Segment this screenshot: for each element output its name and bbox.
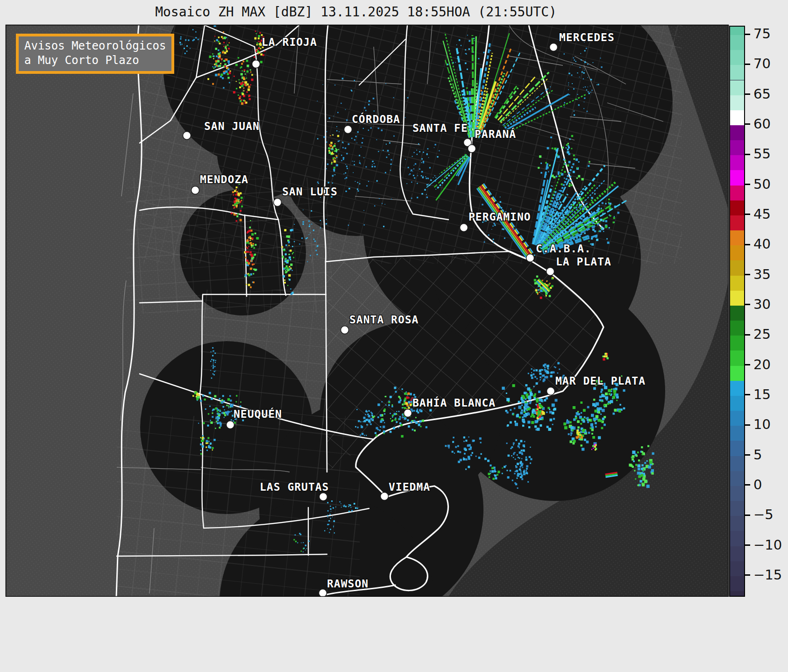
colorbar-tick-label: −15 <box>753 567 782 583</box>
radar-map-svg: LA RIOJAMERCEDESSAN JUANCÓRDOBASANTA FEP… <box>0 0 788 672</box>
colorbar-tick-label: 5 <box>753 447 762 463</box>
colorbar-tick <box>745 364 750 365</box>
colorbar-tick <box>745 64 750 65</box>
colorbar-segment <box>730 155 744 170</box>
very-short-term-warnings-banner[interactable]: Avisos Meteorológicos a Muy Corto Plazo <box>16 34 174 74</box>
colorbar-segment <box>730 140 744 155</box>
colorbar-tick <box>745 244 750 245</box>
colorbar-tick <box>745 484 750 486</box>
colorbar-tick <box>745 214 750 215</box>
colorbar-tick <box>745 274 750 275</box>
map-layers: LA RIOJAMERCEDESSAN JUANCÓRDOBASANTA FEP… <box>0 0 788 672</box>
city-label: BAHÍA BLANCA <box>412 396 496 409</box>
colorbar-segment <box>730 486 744 501</box>
colorbar-segment <box>730 80 744 95</box>
city-marker <box>319 493 327 501</box>
colorbar-segment <box>730 336 744 350</box>
colorbar-tick-label: 45 <box>753 206 771 222</box>
city-label: PARANÁ <box>475 128 516 140</box>
colorbar-segment <box>730 471 744 486</box>
city-marker <box>381 493 389 500</box>
city-label: LA RIOJA <box>262 36 317 48</box>
colorbar-tick <box>745 154 750 155</box>
warning-line-2: a Muy Corto Plazo <box>24 53 166 68</box>
city-label: SAN JUAN <box>204 120 260 132</box>
colorbar-segment <box>730 576 744 591</box>
colorbar-tick <box>745 424 750 426</box>
colorbar-segment <box>730 561 744 576</box>
city-label: SAN LUIS <box>282 186 338 198</box>
colorbar-tick <box>745 334 750 336</box>
colorbar-segment <box>730 186 744 200</box>
colorbar-tick <box>745 454 750 456</box>
city-marker <box>319 589 327 597</box>
colorbar-tick <box>745 93 750 95</box>
colorbar-segment <box>730 50 744 65</box>
city-marker <box>274 199 282 207</box>
colorbar-segment <box>730 245 744 260</box>
colorbar-segment <box>730 65 744 80</box>
city-marker <box>341 326 349 334</box>
colorbar-segment <box>730 260 744 275</box>
radar-mosaic-page: { "title": "Mosaico ZH MAX [dBZ] 13.11.2… <box>0 0 788 672</box>
colorbar-tick-label: −5 <box>753 507 774 523</box>
colorbar-tick-label: 60 <box>753 116 771 132</box>
colorbar-tick <box>745 515 750 516</box>
colorbar-tick-label: 75 <box>753 26 771 42</box>
colorbar-tick-label: 55 <box>753 146 771 162</box>
city-marker <box>192 186 199 194</box>
colorbar-segment <box>730 531 744 546</box>
colorbar-segment <box>730 215 744 230</box>
city-label: C.A.B.A. <box>536 243 591 255</box>
city-label: SANTA FE <box>412 122 468 134</box>
warning-line-1: Avisos Meteorológicos <box>24 39 166 53</box>
colorbar-tick <box>745 34 750 35</box>
city-label: VIEDMA <box>389 481 430 493</box>
radar-map: LA RIOJAMERCEDESSAN JUANCÓRDOBASANTA FEP… <box>0 0 788 672</box>
colorbar-segment <box>730 591 744 596</box>
city-label: MERCEDES <box>559 31 615 43</box>
colorbar-tick <box>745 304 750 305</box>
city-marker <box>404 409 412 417</box>
city-marker <box>460 224 468 232</box>
colorbar-segment <box>730 350 744 365</box>
colorbar-tick-label: 10 <box>753 417 771 433</box>
colorbar-segment <box>730 366 744 381</box>
city-label: NEUQUÉN <box>234 407 282 420</box>
city-marker <box>547 268 554 276</box>
colorbar-tick <box>745 574 750 576</box>
colorbar-segment <box>730 110 744 125</box>
colorbar-segment <box>730 321 744 336</box>
colorbar-segment <box>730 95 744 110</box>
city-label: LAS GRUTAS <box>260 481 329 493</box>
colorbar-tick-label: 35 <box>753 266 771 282</box>
city-label: CÓRDOBA <box>352 113 400 125</box>
colorbar-segment <box>730 306 744 321</box>
colorbar-segment <box>730 276 744 291</box>
colorbar-segment <box>730 441 744 456</box>
colorbar-tick-label: 65 <box>753 86 771 102</box>
city-marker <box>252 60 260 68</box>
colorbar-segment <box>730 170 744 185</box>
colorbar-tick <box>745 123 750 125</box>
colorbar-segment <box>730 501 744 516</box>
colorbar-segment <box>730 396 744 411</box>
colorbar-segment <box>730 546 744 561</box>
colorbar-segment <box>730 35 744 50</box>
city-label: MENDOZA <box>200 173 248 186</box>
dbz-colorbar <box>729 26 745 597</box>
colorbar-tick <box>745 544 750 546</box>
city-label: LA PLATA <box>556 256 611 268</box>
colorbar-segment <box>730 381 744 396</box>
colorbar-segment <box>730 27 744 35</box>
colorbar-segment <box>730 411 744 426</box>
colorbar-tick-label: 40 <box>753 236 771 252</box>
colorbar-tick-label: 0 <box>753 477 762 493</box>
colorbar-segment <box>730 516 744 531</box>
colorbar-segment <box>730 426 744 441</box>
city-marker <box>183 132 191 140</box>
city-marker <box>227 421 234 429</box>
colorbar-tick-label: 70 <box>753 56 771 72</box>
city-marker <box>344 126 352 134</box>
city-label: PERGAMINO <box>469 211 531 223</box>
